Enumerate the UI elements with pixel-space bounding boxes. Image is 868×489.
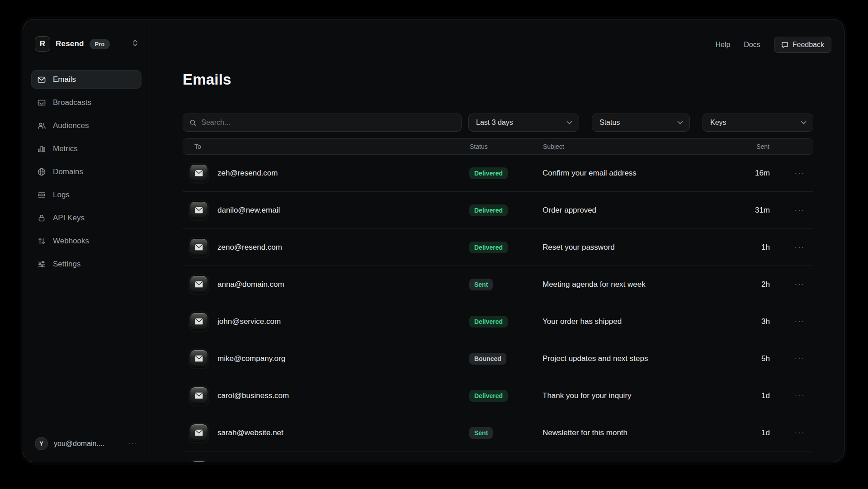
recipient-email: john@service.com: [217, 317, 281, 326]
main-content: Help Docs Feedback Emails Last 3 days St…: [150, 19, 844, 462]
email-subject: Order approved: [542, 206, 723, 215]
email-subject: Your order has shipped: [542, 317, 723, 326]
keys-value: Keys: [710, 119, 726, 127]
top-actions: Help Docs Feedback: [715, 37, 831, 53]
logo-letter: R: [40, 39, 45, 48]
keys-select[interactable]: Keys: [703, 114, 813, 132]
recipient-email: zeh@resend.com: [217, 169, 278, 178]
user-account[interactable]: Y you@domain.... ···: [31, 437, 142, 450]
status-badge: Sent: [469, 427, 493, 439]
chevron-updown-icon: [132, 39, 138, 48]
sidebar-item-label: Audiences: [53, 121, 89, 130]
users-icon: [37, 121, 46, 130]
email-subject: Project updates and next steps: [542, 354, 723, 363]
table-body: zeh@resend.com Delivered Confirm your em…: [183, 155, 813, 462]
brand-name: Resend: [56, 39, 84, 48]
recipient-email: carol@business.com: [217, 391, 289, 400]
sent-time: 3h: [723, 317, 786, 326]
sliders-icon: [37, 260, 46, 269]
row-menu-button[interactable]: ···: [786, 169, 813, 178]
sidebar-item-label: Metrics: [53, 144, 78, 153]
sidebar-item-logs[interactable]: Logs: [31, 185, 142, 204]
bar-chart-icon: [37, 144, 46, 153]
search-box: [183, 114, 462, 132]
envelope-icon: [190, 387, 208, 405]
table-row[interactable]: john@service.com Delivered Your order ha…: [183, 303, 813, 340]
sidebar-item-audiences[interactable]: Audiences: [31, 116, 142, 135]
row-menu-button[interactable]: ···: [786, 317, 813, 326]
table-row[interactable]: danilo@new.email Delivered Order approve…: [183, 192, 813, 229]
table-row[interactable]: carol@business.com Delivered Thank you f…: [183, 377, 813, 414]
ellipsis-icon: ···: [795, 391, 805, 400]
user-menu-ellipsis-icon[interactable]: ···: [128, 440, 138, 448]
ellipsis-icon: ···: [795, 169, 805, 177]
sidebar-item-broadcasts[interactable]: Broadcasts: [31, 93, 142, 112]
sidebar-item-label: Broadcasts: [53, 98, 91, 107]
column-header-sent: Sent: [722, 143, 786, 150]
sidebar-item-metrics[interactable]: Metrics: [31, 139, 142, 158]
ellipsis-icon: ···: [795, 428, 805, 437]
column-header-subject: Subject: [543, 143, 722, 150]
date-range-select[interactable]: Last 3 days: [468, 114, 579, 132]
email-subject: Confirm your email address: [542, 169, 723, 178]
status-badge: Delivered: [469, 316, 508, 328]
email-subject: Thank you for your inquiry: [542, 391, 723, 400]
sidebar-item-api-keys[interactable]: API Keys: [31, 209, 142, 227]
workspace-switcher[interactable]: R Resend Pro: [31, 35, 142, 53]
filter-row: Last 3 days Status Keys: [183, 114, 813, 132]
chevron-down-icon: [677, 121, 683, 124]
envelope-icon: [190, 275, 208, 294]
status-value: Status: [599, 119, 620, 127]
status-badge: Delivered: [469, 390, 508, 402]
arrows-up-down-icon: [37, 237, 46, 246]
row-menu-button[interactable]: ···: [786, 243, 813, 252]
table-header: To Status Subject Sent: [183, 138, 813, 155]
status-select[interactable]: Status: [592, 114, 690, 132]
table-row[interactable]: anna@domain.com Sent Meeting agenda for …: [183, 266, 813, 303]
table-row[interactable]: mike@company.org Bounced Project updates…: [183, 340, 813, 377]
recipient-email: zeno@resend.com: [217, 243, 282, 252]
row-menu-button[interactable]: ···: [786, 391, 813, 400]
sidebar: R Resend Pro Emails Broadcasts Audiences: [23, 19, 150, 462]
sidebar-item-webhooks[interactable]: Webhooks: [31, 232, 142, 250]
envelope-icon: [37, 75, 46, 84]
row-menu-button[interactable]: ···: [786, 428, 813, 437]
status-badge: Delivered: [469, 204, 508, 216]
lock-icon: [37, 214, 46, 223]
plan-badge: Pro: [90, 39, 110, 49]
help-link[interactable]: Help: [715, 41, 730, 49]
email-subject: Meeting agenda for next week: [542, 280, 723, 289]
sidebar-item-domains[interactable]: Domains: [31, 162, 142, 181]
sidebar-item-label: Logs: [53, 190, 70, 199]
sent-time: 31m: [723, 206, 786, 215]
row-menu-button[interactable]: ···: [786, 354, 813, 363]
row-menu-button[interactable]: ···: [786, 280, 813, 289]
sent-time: 1d: [723, 391, 786, 400]
sent-time: 16m: [723, 169, 786, 178]
status-badge: Bounced: [469, 353, 506, 365]
sidebar-item-emails[interactable]: Emails: [31, 70, 142, 89]
sent-time: 1h: [723, 243, 786, 252]
search-input[interactable]: [201, 119, 455, 127]
sidebar-item-label: API Keys: [53, 214, 85, 223]
chevron-down-icon: [566, 121, 572, 124]
search-icon: [189, 119, 197, 127]
table-row[interactable]: zeno@resend.com Delivered Reset your pas…: [183, 229, 813, 266]
app-window: R Resend Pro Emails Broadcasts Audiences: [23, 19, 844, 462]
sidebar-item-settings[interactable]: Settings: [31, 255, 142, 273]
recipient-email: danilo@new.email: [217, 206, 280, 215]
sidebar-item-label: Webhooks: [53, 237, 89, 246]
feedback-button[interactable]: Feedback: [774, 37, 831, 53]
ellipsis-icon: ···: [795, 354, 805, 363]
envelope-icon: [190, 313, 208, 331]
table-row[interactable]: sarah@website.net Sent Newsletter for th…: [183, 414, 813, 451]
email-subject: Newsletter for this month: [542, 428, 723, 437]
docs-link[interactable]: Docs: [744, 41, 760, 49]
page-title: Emails: [183, 71, 813, 88]
table-row[interactable]: zeh@resend.com Delivered Confirm your em…: [183, 155, 813, 192]
row-menu-button[interactable]: ···: [786, 206, 813, 215]
table-row[interactable]: Delivered ···: [183, 451, 813, 462]
envelope-icon: [190, 201, 208, 219]
sent-time: 5h: [723, 354, 786, 363]
ellipsis-icon: ···: [795, 206, 805, 214]
